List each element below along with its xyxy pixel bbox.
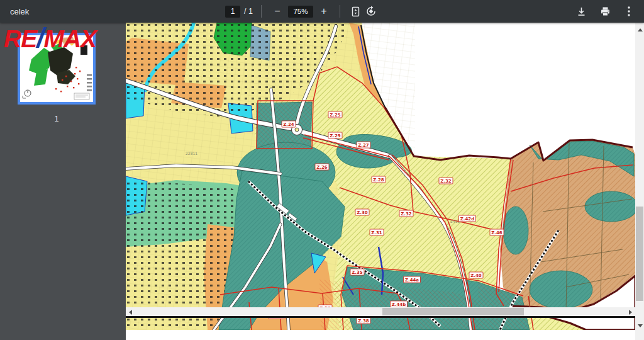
pdf-toolbar: celek / 1 − 75% + [0,0,644,23]
svg-text:Z.28: Z.28 [373,178,384,183]
rotate-button[interactable] [364,3,379,20]
zone-label: Z.42d [459,215,476,222]
page-number-input[interactable] [225,6,240,18]
horizontal-scrollbar[interactable] [126,307,635,316]
svg-text:Z.32: Z.32 [401,212,412,217]
zoom-out-button[interactable]: − [270,3,285,20]
svg-text:Z.31: Z.31 [371,230,382,235]
scroll-left-icon[interactable] [129,310,132,315]
svg-text:Z.29: Z.29 [330,133,341,139]
zone-label: Z.30 [355,209,369,215]
download-icon [576,6,587,17]
zone-label: Z.44a [404,276,421,283]
zone-label: Z.44b [391,301,408,307]
zone-label: Z.38 [357,317,370,324]
kebab-menu-icon [628,6,630,17]
print-button[interactable] [597,3,613,20]
zoom-in-button[interactable]: + [316,3,331,20]
svg-text:Z.42d: Z.42d [460,217,475,222]
scrollbar-corner [635,330,644,340]
page-count: / 1 [244,7,253,16]
zone-label: Z.46 [490,229,504,235]
svg-text:Z.25: Z.25 [330,113,341,118]
pdf-viewport: 228112411 Z.24Z.25Z.29Z.27Z.26Z.28Z.32Z.… [126,23,644,340]
zone-label: Z.28 [372,176,386,183]
svg-text:Z.38: Z.38 [358,319,369,324]
logo-max: MAX [43,25,96,52]
zone-label: Z.27 [357,142,370,148]
svg-text:Z.44a: Z.44a [405,278,419,283]
svg-text:Z.35: Z.35 [352,270,363,275]
logo-slash: / [36,22,43,53]
thumbnail-panel: 1 [0,23,126,340]
zone-label: Z.31 [370,229,384,235]
zoning-map-page[interactable]: 228112411 Z.24Z.25Z.29Z.27Z.26Z.28Z.32Z.… [126,23,635,330]
svg-text:22811: 22811 [186,151,197,156]
zone-label: Z.29 [328,132,342,139]
zone-label: Z.24 [282,121,296,127]
scroll-right-icon[interactable] [629,310,632,315]
document-title: celek [10,7,29,16]
svg-text:Z.24: Z.24 [283,122,294,127]
thumbnail-page-number: 1 [18,115,96,123]
scroll-up-icon[interactable] [638,28,643,31]
svg-text:Z.30: Z.30 [357,210,368,215]
horizontal-scroll-thumb[interactable] [382,308,524,315]
zoom-level-display: 75% [288,6,313,18]
zone-label: Z.35 [350,269,364,275]
svg-text:Z.32: Z.32 [440,179,452,184]
fit-page-icon [350,6,361,17]
toolbar-separator [340,5,340,18]
svg-text:Z.44b: Z.44b [392,302,406,307]
more-options-button[interactable] [621,3,636,20]
zone-label: Z.32 [439,178,453,184]
logo-re: RE [4,25,36,52]
rotate-icon [365,6,377,17]
scroll-down-icon[interactable] [638,324,643,327]
svg-text:Z.27: Z.27 [358,143,369,148]
print-icon [600,6,611,17]
vertical-scrollbar[interactable] [635,23,644,340]
remax-logo: RE/MAX [4,24,96,52]
vertical-scroll-thumb[interactable] [636,207,643,301]
zone-label: Z.32 [399,210,413,217]
svg-text:Z.46: Z.46 [491,230,502,235]
fit-page-button[interactable] [348,3,364,20]
zone-label: Z.25 [328,111,342,118]
svg-text:Z.40: Z.40 [470,273,482,278]
pdf-viewer-window: celek / 1 − 75% + [0,0,644,340]
page-edge [126,316,635,318]
download-button[interactable] [574,3,589,20]
zone-label: Z.26 [315,164,329,170]
zone-label: Z.40 [469,272,483,278]
toolbar-separator [261,5,262,18]
svg-text:Z.26: Z.26 [316,165,328,170]
